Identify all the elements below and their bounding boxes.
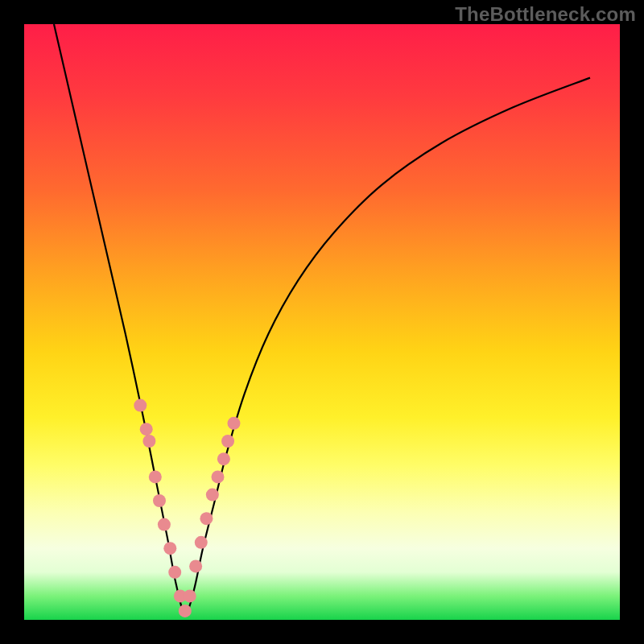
config-dot — [221, 435, 234, 448]
bottleneck-curve — [54, 24, 590, 614]
config-dot — [140, 423, 153, 436]
config-dot — [206, 489, 219, 502]
chart-svg — [24, 24, 620, 620]
config-dot — [212, 470, 225, 483]
config-dot — [158, 518, 171, 531]
config-dot — [184, 589, 196, 602]
config-dot — [142, 435, 155, 448]
watermark-text: TheBottleneck.com — [455, 3, 636, 26]
config-dot — [153, 494, 166, 507]
config-dot — [195, 536, 208, 549]
config-dot — [200, 512, 213, 525]
outer-frame: TheBottleneck.com — [0, 0, 644, 644]
config-dot — [149, 470, 162, 483]
config-dot — [217, 452, 230, 465]
config-dot — [189, 559, 202, 572]
config-dot — [134, 399, 147, 412]
plot-area — [24, 24, 620, 620]
config-dot — [168, 566, 181, 579]
highlight-dots — [134, 399, 240, 617]
config-dot — [179, 605, 192, 617]
config-dot — [163, 542, 176, 555]
config-dot — [227, 417, 240, 430]
